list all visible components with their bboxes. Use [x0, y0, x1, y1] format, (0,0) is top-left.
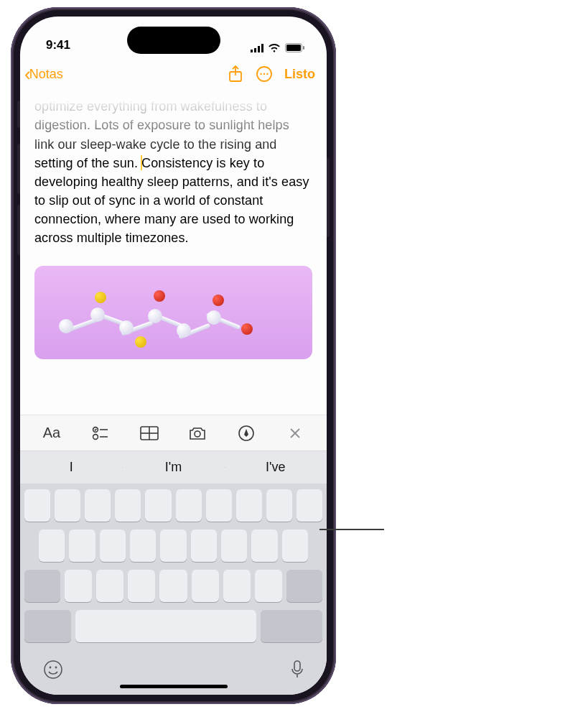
phone-frame: 9:41 ‹ Notas Listo	[11, 7, 336, 704]
blank-key[interactable]	[176, 489, 202, 522]
status-indicators	[251, 43, 305, 52]
toolbar-close-button[interactable]	[276, 419, 314, 448]
blank-key[interactable]	[192, 570, 219, 602]
blank-key[interactable]	[39, 529, 65, 562]
svg-point-15	[195, 431, 200, 437]
wifi-icon	[268, 43, 281, 52]
backspace-key[interactable]	[286, 570, 322, 602]
key-row-2	[24, 529, 322, 562]
numbers-key[interactable]	[24, 610, 71, 642]
callout-line	[319, 529, 384, 530]
blank-key[interactable]	[297, 489, 322, 522]
svg-point-6	[263, 73, 265, 75]
svg-rect-22	[294, 661, 300, 671]
svg-point-7	[266, 73, 268, 75]
more-button[interactable]	[256, 65, 273, 83]
blank-key[interactable]	[69, 529, 95, 562]
close-icon	[289, 427, 302, 440]
share-icon	[228, 65, 243, 83]
back-label: Notas	[29, 67, 63, 82]
blank-key[interactable]	[282, 529, 308, 562]
blank-key[interactable]	[115, 489, 141, 522]
svg-point-9	[93, 434, 98, 439]
note-body[interactable]: Sunlight has a powerful effect on the sl…	[34, 91, 312, 359]
blank-key[interactable]	[65, 570, 92, 602]
battery-icon	[285, 43, 305, 52]
key-row-3	[24, 570, 322, 602]
notes-format-toolbar: Aa	[20, 415, 327, 450]
svg-rect-2	[303, 46, 304, 50]
nav-bar: ‹ Notas Listo	[20, 57, 327, 91]
svg-point-19	[45, 661, 62, 678]
prediction-3[interactable]: I've	[225, 460, 327, 475]
dynamic-island	[127, 27, 220, 54]
blank-key[interactable]	[159, 570, 187, 602]
blank-key[interactable]	[266, 489, 292, 522]
blank-key[interactable]	[236, 489, 262, 522]
home-indicator[interactable]	[120, 685, 228, 688]
blank-key[interactable]	[191, 529, 217, 562]
svg-point-20	[50, 667, 52, 669]
svg-point-5	[260, 73, 261, 75]
ellipsis-circle-icon	[256, 65, 273, 83]
blank-key[interactable]	[100, 529, 126, 562]
note-attachment-image[interactable]	[34, 266, 312, 359]
keyboard-trackpad-mode[interactable]	[20, 484, 327, 695]
blank-key[interactable]	[96, 570, 123, 602]
key-row-4	[24, 610, 322, 642]
blank-key[interactable]	[24, 489, 50, 522]
return-key[interactable]	[261, 610, 322, 642]
blank-key[interactable]	[206, 489, 232, 522]
blank-key[interactable]	[55, 489, 80, 522]
camera-icon	[188, 426, 207, 440]
table-button[interactable]	[130, 419, 169, 448]
blank-key[interactable]	[223, 570, 251, 602]
shift-key[interactable]	[24, 570, 60, 602]
back-button[interactable]: ‹ Notas	[24, 63, 63, 85]
blank-key[interactable]	[145, 489, 171, 522]
blank-key[interactable]	[160, 529, 186, 562]
clock: 9:41	[46, 38, 70, 52]
svg-point-21	[55, 667, 57, 669]
blank-key[interactable]	[128, 570, 155, 602]
markup-pen-icon	[238, 425, 254, 441]
predictive-text-bar: I I'm I've	[20, 450, 327, 484]
checklist-icon	[92, 426, 109, 440]
emoji-icon	[43, 660, 63, 680]
text-format-icon: Aa	[43, 425, 60, 441]
blank-key[interactable]	[130, 529, 156, 562]
dictation-button[interactable]	[291, 660, 304, 682]
mic-icon	[291, 660, 304, 679]
blank-key[interactable]	[251, 529, 277, 562]
camera-button[interactable]	[178, 419, 217, 448]
markup-button[interactable]	[227, 419, 266, 448]
blank-key[interactable]	[85, 489, 111, 522]
cellular-signal-icon	[251, 44, 263, 52]
prediction-1[interactable]: I	[20, 460, 122, 475]
phone-screen: 9:41 ‹ Notas Listo	[20, 17, 327, 695]
checklist-button[interactable]	[81, 419, 120, 448]
table-icon	[140, 426, 159, 440]
blank-key[interactable]	[255, 570, 282, 602]
done-button[interactable]: Listo	[284, 67, 315, 82]
share-button[interactable]	[227, 65, 244, 83]
svg-rect-1	[286, 45, 301, 51]
emoji-button[interactable]	[43, 660, 63, 683]
note-content-area[interactable]: Sunlight has a powerful effect on the sl…	[20, 91, 327, 415]
text-format-button[interactable]: Aa	[32, 419, 71, 448]
key-row-1	[24, 489, 322, 522]
prediction-2[interactable]: I'm	[122, 460, 224, 475]
blank-key[interactable]	[221, 529, 247, 562]
space-key[interactable]	[75, 610, 256, 642]
